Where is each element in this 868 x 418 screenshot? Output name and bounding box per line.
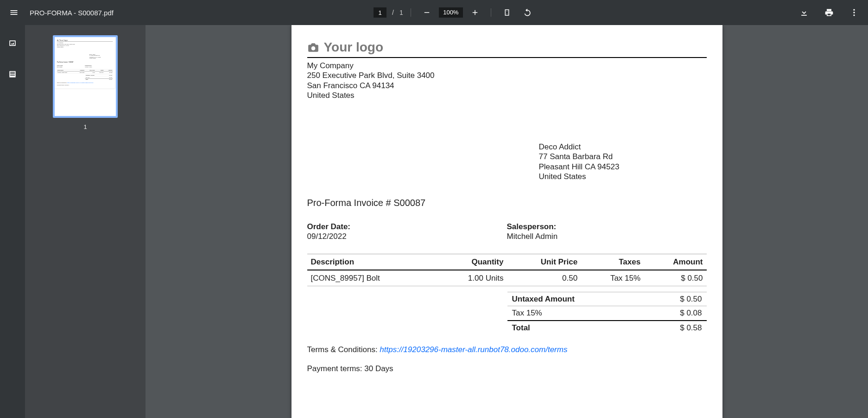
camera-icon: [307, 41, 319, 53]
zoom-out-icon[interactable]: [418, 4, 435, 21]
sender-city: San Francisco CA 94134: [307, 81, 707, 90]
col-amount: Amount: [644, 254, 706, 270]
page-number-input[interactable]: [374, 7, 386, 18]
untaxed-label: Untaxed Amount: [507, 292, 646, 306]
sender-name: My Company: [307, 61, 707, 71]
table-header-row: Description Quantity Unit Price Taxes Am…: [307, 254, 707, 270]
cell-taxes: Tax 15%: [95, 71, 104, 74]
terms-line: Terms & Conditions: https://19203296-mas…: [57, 82, 113, 83]
sender-country: United States: [307, 90, 707, 100]
recipient-block: Deco Addict 77 Santa Barbara Rd Pleasant…: [89, 53, 113, 59]
line-items-table: Description Quantity Unit Price Taxes Am…: [307, 254, 707, 287]
logo-text: Your logo: [324, 39, 384, 55]
thumbnail-page-number: 1: [83, 123, 87, 130]
total-amount: $ 0.58: [104, 78, 113, 80]
payment-terms: Payment terms: 30 Days: [307, 364, 707, 373]
header-rule: [307, 57, 707, 58]
tax-label: Tax 15%: [507, 306, 646, 321]
outline-icon[interactable]: [4, 66, 21, 83]
tax-amount: $ 0.08: [646, 306, 707, 321]
invoice-title: Pro-Forma Invoice # S00087: [57, 61, 113, 63]
logo-placeholder: Your logo: [57, 39, 113, 41]
cell-unitprice: 0.50: [85, 71, 95, 74]
recipient-country: United States: [89, 58, 113, 59]
recipient-country: United States: [539, 172, 707, 181]
print-icon[interactable]: [821, 4, 837, 21]
cell-quantity: 1.00 Units: [75, 71, 85, 74]
terms-link[interactable]: https://19203296-master-all.runbot78.odo…: [380, 345, 567, 354]
page-separator: /: [390, 9, 396, 16]
download-icon[interactable]: [796, 4, 812, 21]
sender-street: 250 Executive Park Blvd, Suite 3400: [307, 71, 707, 80]
cell-unitprice: 0.50: [507, 270, 581, 286]
salesperson-value: Mitchell Admin: [85, 66, 92, 67]
thumbnails-icon[interactable]: [4, 35, 21, 52]
sender-block: My Company 250 Executive Park Blvd, Suit…: [57, 42, 113, 48]
invoice-title: Pro-Forma Invoice # S00087: [307, 197, 707, 209]
col-description: Description: [307, 254, 436, 270]
untaxed-amount: $ 0.50: [646, 292, 707, 306]
order-date-value: 09/12/2022: [307, 232, 347, 241]
pdf-toolbar: PRO-FORMA - S00087.pdf / 1 100%: [0, 0, 868, 25]
terms-prefix: Terms & Conditions:: [307, 345, 380, 354]
col-unitprice: Unit Price: [507, 254, 581, 270]
payment-terms: Payment terms: 30 Days: [57, 84, 113, 86]
svg-point-0: [853, 9, 855, 11]
cell-amount: $ 0.50: [644, 270, 706, 286]
recipient-name: Deco Addict: [539, 142, 707, 152]
meta-row: Order Date: 09/12/2022 Salesperson: Mitc…: [57, 64, 113, 67]
terms-link[interactable]: https://19203296-master-all.runbot78.odo…: [67, 82, 94, 84]
meta-row: Order Date: 09/12/2022 Salesperson: Mitc…: [307, 222, 707, 242]
side-rail: [0, 25, 25, 418]
totals-table: Untaxed Amount $ 0.50 Tax 15% $ 0.08 Tot…: [507, 292, 707, 334]
divider: [491, 8, 491, 17]
camera-icon: [57, 39, 59, 41]
recipient-block: Deco Addict 77 Santa Barbara Rd Pleasant…: [539, 142, 707, 181]
table-row: [CONS_89957] Bolt1.00 Units0.50Tax 15%$ …: [307, 270, 707, 286]
more-icon[interactable]: [846, 4, 862, 21]
page-thumbnail[interactable]: Your logo My Company 250 Executive Park …: [53, 35, 118, 118]
line-items-table: Description Quantity Unit Price Taxes Am…: [57, 69, 113, 74]
cell-description: [CONS_89957] Bolt: [57, 71, 75, 74]
logo-placeholder: Your logo: [307, 39, 707, 55]
terms-prefix: Terms & Conditions:: [57, 82, 67, 84]
divider: [411, 8, 411, 17]
logo-text: Your logo: [59, 39, 68, 41]
rotate-icon[interactable]: [519, 4, 536, 21]
menu-icon[interactable]: [6, 4, 22, 21]
recipient-city: Pleasant Hill CA 94523: [539, 162, 707, 172]
col-taxes: Taxes: [581, 254, 644, 270]
fit-page-icon[interactable]: [499, 4, 515, 21]
svg-point-1: [853, 12, 855, 13]
pdf-page: Your logo My Company 250 Executive Park …: [291, 25, 722, 418]
table-row: [CONS_89957] Bolt1.00 Units0.50Tax 15%$ …: [57, 71, 113, 74]
col-quantity: Quantity: [435, 254, 507, 270]
order-date-value: 09/12/2022: [57, 66, 63, 67]
salesperson-label: Salesperson:: [507, 222, 557, 231]
terms-line: Terms & Conditions: https://19203296-mas…: [307, 345, 707, 354]
thumbnail-panel: Your logo My Company 250 Executive Park …: [25, 25, 146, 418]
salesperson-value: Mitchell Admin: [507, 232, 558, 241]
cell-amount: $ 0.50: [104, 71, 113, 74]
recipient-street: 77 Santa Barbara Rd: [539, 152, 707, 161]
cell-quantity: 1.00 Units: [435, 270, 507, 286]
sender-block: My Company 250 Executive Park Blvd, Suit…: [307, 61, 707, 100]
cell-description: [CONS_89957] Bolt: [307, 270, 436, 286]
total-amount: $ 0.58: [646, 321, 707, 334]
cell-taxes: Tax 15%: [581, 270, 644, 286]
page-canvas[interactable]: Your logo My Company 250 Executive Park …: [146, 25, 868, 418]
total-pages: 1: [399, 9, 403, 16]
total-label: Total: [85, 78, 104, 80]
sender-country: United States: [57, 46, 113, 48]
total-label: Total: [507, 321, 646, 334]
pdf-page: Your logo My Company 250 Executive Park …: [55, 37, 115, 89]
zoom-in-icon[interactable]: [467, 4, 483, 21]
svg-point-2: [853, 14, 855, 16]
zoom-level: 100%: [439, 7, 463, 18]
document-filename: PRO-FORMA - S00087.pdf: [30, 9, 114, 17]
totals-table: Untaxed Amount $ 0.50 Tax 15% $ 0.08 Tot…: [85, 75, 113, 81]
workspace: Your logo My Company 250 Executive Park …: [0, 25, 868, 418]
order-date-label: Order Date:: [307, 222, 351, 231]
